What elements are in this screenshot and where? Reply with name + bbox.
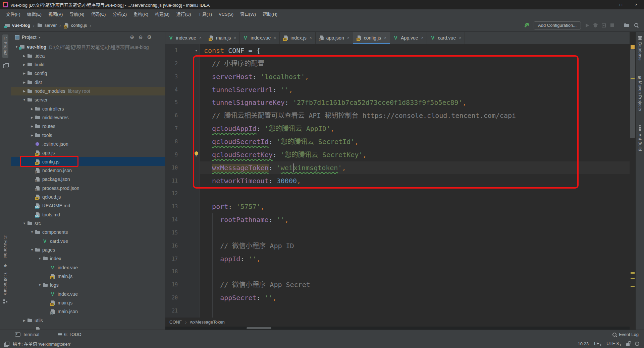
menu-item-导航(N)[interactable]: 导航(N) bbox=[66, 9, 88, 19]
tree-item-tools[interactable]: ▶tools bbox=[11, 131, 165, 139]
tree-item-src[interactable]: ▼src bbox=[11, 219, 165, 228]
tree-item-routes[interactable]: ▶routes bbox=[11, 122, 165, 131]
tree-item-vue-blog[interactable]: ▼vue-blogD:\文档\笔记\项目开发笔记\小程序项目\vue-blog bbox=[11, 43, 165, 51]
breadcrumb-CONF[interactable]: CONF bbox=[169, 320, 182, 325]
unlock-icon[interactable] bbox=[626, 343, 630, 346]
code-line-11[interactable]: 11 networkTimeout: 30000, bbox=[165, 175, 630, 188]
breadcrumb-wxMessageToken[interactable]: wxMessageToken bbox=[190, 320, 225, 325]
stripe-mark[interactable] bbox=[631, 272, 635, 274]
structure-icon[interactable] bbox=[3, 299, 7, 303]
menu-item-代码(C)[interactable]: 代码(C) bbox=[88, 9, 109, 19]
tool-window-icon[interactable] bbox=[3, 63, 7, 67]
code-editor[interactable]: 1▾const CONF = {2 // 小程序的配置3 serverHost:… bbox=[165, 44, 630, 318]
close-icon[interactable]: × bbox=[384, 36, 386, 40]
tree-item-logs[interactable]: ▼logs bbox=[11, 281, 165, 289]
code-line-14[interactable]: 14 rootPathname: '', bbox=[165, 213, 630, 226]
tree-item-index.vue[interactable]: index.vue bbox=[11, 263, 165, 272]
tool-button-database[interactable]: Database bbox=[638, 36, 642, 61]
line-number[interactable]: 19 bbox=[165, 278, 178, 291]
minimize-button[interactable]: — bbox=[598, 0, 613, 9]
code-line-15[interactable]: 15 bbox=[165, 226, 630, 239]
tree-item-index.vue[interactable]: index.vue bbox=[11, 290, 165, 298]
tree-item-dist[interactable]: ▶dist bbox=[11, 78, 165, 86]
line-number[interactable]: 13 bbox=[165, 200, 178, 213]
breadcrumb-server[interactable]: server bbox=[45, 23, 57, 28]
breadcrumb-config.js[interactable]: config.js bbox=[71, 23, 87, 28]
close-icon[interactable]: × bbox=[347, 36, 350, 40]
menu-item-帮助(H)[interactable]: 帮助(H) bbox=[259, 9, 281, 19]
line-number[interactable]: 4 bbox=[165, 83, 178, 96]
line-number[interactable]: 6 bbox=[165, 109, 178, 122]
tab-app.json-4[interactable]: app.json× bbox=[316, 32, 353, 44]
tree-item-controllers[interactable]: ▶controllers bbox=[11, 104, 165, 113]
tab-main.js-1[interactable]: main.js× bbox=[205, 32, 240, 44]
coverage-icon[interactable] bbox=[602, 23, 606, 27]
tree-item-.eslintrc.json[interactable]: .eslintrc.json bbox=[11, 140, 165, 148]
line-number[interactable]: 1 bbox=[165, 44, 178, 57]
line-number[interactable]: 10 bbox=[165, 161, 178, 175]
tab-card.vue-7[interactable]: card.vue× bbox=[427, 32, 465, 44]
tool-button-maven-projects[interactable]: Maven Projects bbox=[638, 74, 642, 111]
menu-item-运行(U)[interactable]: 运行(U) bbox=[173, 9, 194, 19]
menu-item-重构(R)[interactable]: 重构(R) bbox=[130, 9, 152, 19]
tree-item-server[interactable]: ▼server bbox=[11, 95, 165, 104]
tree-item-app.js[interactable]: app.js bbox=[11, 148, 165, 157]
line-separator-selector[interactable]: LF▴▾ bbox=[594, 341, 601, 347]
code-line-2[interactable]: 2 // 小程序的配置 bbox=[165, 57, 630, 70]
tree-item-pages[interactable]: ▼pages bbox=[11, 246, 165, 254]
tree-item-main.json[interactable]: main.json bbox=[11, 307, 165, 316]
project-panel-title[interactable]: Project bbox=[22, 34, 37, 40]
error-stripe[interactable] bbox=[630, 32, 636, 330]
code-line-12[interactable]: 12 bbox=[165, 187, 630, 200]
encoding-selector[interactable]: UTF-8▴▾ bbox=[606, 341, 621, 347]
line-number[interactable]: 21 bbox=[165, 304, 178, 318]
line-number[interactable]: 12 bbox=[165, 187, 178, 200]
line-number[interactable]: 7 bbox=[165, 122, 178, 135]
search-everywhere-icon[interactable] bbox=[634, 23, 639, 28]
horizontal-scrollbar-thumb[interactable] bbox=[247, 327, 271, 329]
close-button[interactable]: × bbox=[629, 0, 644, 9]
tool-button-terminal[interactable]: Terminal bbox=[15, 332, 39, 337]
code-line-7[interactable]: 7 qcloudAppId: '您的腾讯云 AppID', bbox=[165, 122, 630, 135]
line-number[interactable]: 11 bbox=[165, 175, 178, 188]
tree-item-index[interactable]: ▼index bbox=[11, 254, 165, 263]
menu-item-工具(T)[interactable]: 工具(T) bbox=[194, 9, 215, 19]
stripe-mark[interactable] bbox=[631, 45, 635, 49]
tool-button-todo[interactable]: 6: TODO bbox=[58, 332, 82, 337]
tab-index.vue-2[interactable]: index.vue× bbox=[240, 32, 280, 44]
code-line-13[interactable]: 13 port: '5757', bbox=[165, 200, 630, 213]
tree-item-clipped[interactable] bbox=[11, 325, 165, 330]
tree-item-.idea[interactable]: ▶.idea bbox=[11, 51, 165, 60]
caret-position[interactable]: 10:23 bbox=[578, 341, 589, 346]
menu-item-分析(Z)[interactable]: 分析(Z) bbox=[109, 9, 130, 19]
code-line-8[interactable]: 8 qcloudSecretId: '您的腾讯云 SecretId', bbox=[165, 135, 630, 148]
menu-item-编辑(E)[interactable]: 编辑(E) bbox=[24, 9, 45, 19]
tree-item-node_modules[interactable]: ▶node_moduleslibrary root bbox=[11, 87, 165, 95]
tree-item-README.md[interactable]: README.md bbox=[11, 201, 165, 210]
project-structure-folder-icon[interactable] bbox=[624, 23, 629, 28]
close-icon[interactable]: × bbox=[459, 36, 461, 40]
tree-item-build[interactable]: ▶build bbox=[11, 60, 165, 69]
tree-item-main.js[interactable]: main.js bbox=[11, 272, 165, 281]
close-icon[interactable]: × bbox=[234, 36, 236, 40]
collapse-all-icon[interactable]: ⊖ bbox=[139, 34, 143, 40]
line-number[interactable]: 8 bbox=[165, 135, 178, 148]
line-number[interactable]: 2 bbox=[165, 57, 178, 70]
add-configuration-button[interactable]: Add Configuration... bbox=[534, 21, 581, 29]
tool-button-project[interactable]: 1: Project bbox=[2, 34, 8, 58]
line-number[interactable]: 15 bbox=[165, 226, 178, 239]
close-icon[interactable]: × bbox=[199, 36, 202, 40]
locate-file-icon[interactable]: ⊕ bbox=[130, 34, 134, 40]
menu-item-文件(F)[interactable]: 文件(F) bbox=[3, 9, 24, 19]
tab-App.vue-6[interactable]: App.vue× bbox=[390, 32, 427, 44]
code-line-21[interactable]: 21 bbox=[165, 304, 630, 318]
tool-button-structure[interactable]: 7: Structure bbox=[3, 272, 8, 295]
tab-index.vue-0[interactable]: index.vue× bbox=[165, 32, 205, 44]
tree-item-main.js[interactable]: main.js bbox=[11, 298, 165, 307]
tool-window-toggle-icon[interactable] bbox=[4, 342, 8, 346]
line-number[interactable]: 18 bbox=[165, 265, 178, 278]
code-line-5[interactable]: 5 tunnelSignatureKey: '27fb7d1c161b7ca52… bbox=[165, 96, 630, 109]
inspection-profile-icon[interactable] bbox=[635, 342, 639, 346]
debug-icon[interactable] bbox=[594, 23, 597, 27]
line-number[interactable]: 20 bbox=[165, 291, 178, 304]
